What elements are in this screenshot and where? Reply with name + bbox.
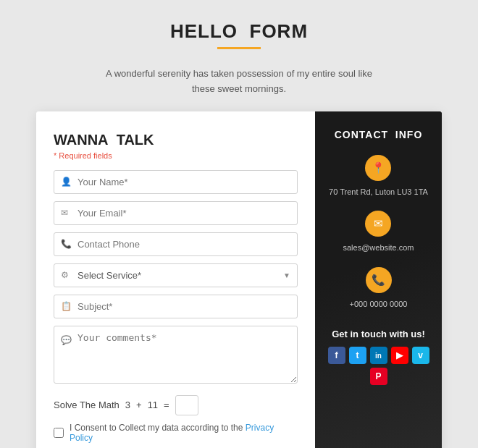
twitter-icon[interactable]: t [349, 347, 366, 364]
subject-input[interactable] [54, 295, 298, 318]
captcha-row: Solve The Math 3 + 11 = [54, 395, 298, 415]
captcha-num1: 3 [125, 400, 130, 410]
name-input[interactable] [54, 170, 298, 194]
page-header: HELLO FORM [0, 0, 478, 56]
pinterest-icon[interactable]: P [370, 368, 387, 385]
consent-checkbox[interactable] [54, 428, 64, 438]
header-underline [217, 47, 261, 49]
email-text: sales@website.com [343, 242, 414, 254]
service-field-group: ⚙ Select Service* ▼ [54, 263, 298, 287]
linkedin-icon[interactable]: in [370, 347, 387, 364]
youtube-icon[interactable]: ▶ [391, 347, 408, 364]
mail-icon: ✉ [365, 211, 391, 237]
consent-text: I Consent to Collect my data according t… [70, 423, 298, 443]
captcha-input[interactable] [175, 395, 198, 415]
email-field-group: ✉ [54, 201, 298, 225]
phone-input[interactable] [54, 232, 298, 256]
email-item: ✉ sales@website.com [343, 211, 414, 254]
page-title: HELLO FORM [0, 20, 478, 43]
comments-field-group: 💬 [54, 326, 298, 386]
service-select[interactable]: Select Service* [54, 263, 298, 287]
captcha-plus: + [136, 400, 142, 410]
main-card: WANNA TALK * Required fields 👤 ✉ 📞 ⚙ Sel… [36, 111, 442, 448]
contact-info-title: CONTACT INFO [335, 129, 423, 140]
info-panel: CONTACT INFO 📍 70 Trent Rd, Luton LU3 1T… [315, 111, 442, 448]
address-text: 70 Trent Rd, Luton LU3 1TA [329, 186, 428, 198]
address-item: 📍 70 Trent Rd, Luton LU3 1TA [329, 155, 428, 198]
title-bold: FORM [250, 20, 309, 42]
subject-field-group: 📋 [54, 295, 298, 318]
phone-item: 📞 +000 0000 0000 [350, 267, 408, 310]
captcha-num2: 11 [148, 400, 158, 410]
phone-text: +000 0000 0000 [350, 298, 408, 310]
location-icon: 📍 [365, 155, 391, 181]
facebook-icon[interactable]: f [328, 347, 345, 364]
consent-row: I Consent to Collect my data according t… [54, 423, 298, 443]
social-icons: f t in ▶ v P [327, 347, 430, 385]
form-title: WANNA TALK [54, 132, 298, 148]
title-plain: HELLO [170, 20, 238, 42]
comments-textarea[interactable] [54, 326, 298, 384]
get-in-touch-label: Get in touch with us! [332, 329, 425, 339]
name-field-group: 👤 [54, 170, 298, 194]
form-panel: WANNA TALK * Required fields 👤 ✉ 📞 ⚙ Sel… [36, 111, 315, 448]
email-input[interactable] [54, 201, 298, 225]
page-subtitle: A wonderful serenity has taken possessio… [101, 67, 377, 97]
info-content: CONTACT INFO 📍 70 Trent Rd, Luton LU3 1T… [327, 129, 430, 386]
captcha-equals: = [164, 400, 169, 410]
phone-circle-icon: 📞 [366, 267, 392, 293]
phone-field-group: 📞 [54, 232, 298, 256]
captcha-label: Solve The Math [54, 400, 120, 410]
vimeo-icon[interactable]: v [412, 347, 429, 364]
required-note: * Required fields [54, 151, 298, 160]
